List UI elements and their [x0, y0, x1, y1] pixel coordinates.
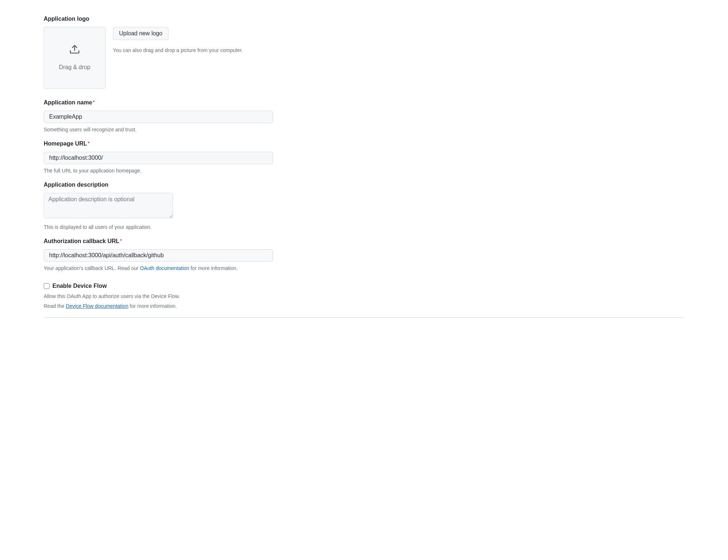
required-asterisk-icon: * — [120, 238, 122, 243]
divider — [44, 317, 684, 318]
deviceflow-help: Allow this OAuth App to authorize users … — [44, 293, 684, 300]
logo-hint: You can also drag and drop a picture fro… — [113, 47, 243, 54]
homepage-input[interactable] — [44, 152, 273, 164]
deviceflow-read: Read the Device Flow documentation for m… — [44, 302, 684, 310]
logo-dropzone[interactable]: Drag & drop — [44, 27, 106, 89]
description-input[interactable] — [44, 193, 173, 218]
required-asterisk-icon: * — [88, 141, 90, 146]
logo-label: Application logo — [44, 15, 684, 23]
deviceflow-checkbox[interactable] — [44, 283, 50, 289]
upload-icon — [69, 44, 80, 57]
appname-input[interactable] — [44, 111, 273, 123]
homepage-group: Homepage URL* The full URL to your appli… — [44, 139, 684, 175]
homepage-label: Homepage URL* — [44, 139, 684, 148]
deviceflow-label: Enable Device Flow — [52, 282, 107, 290]
appname-group: Application name* Something users will r… — [44, 98, 684, 134]
logo-section: Application logo Drag & drop Upload new … — [44, 15, 684, 89]
callback-input[interactable] — [44, 249, 273, 262]
upload-logo-button[interactable]: Upload new logo — [113, 27, 169, 40]
callback-label: Authorization callback URL* — [44, 237, 684, 246]
description-label: Application description — [44, 180, 684, 189]
callback-help: Your application's callback URL. Read ou… — [44, 265, 684, 272]
homepage-help: The full URL to your application homepag… — [44, 167, 684, 175]
deviceflow-group: Enable Device Flow Allow this OAuth App … — [44, 282, 684, 310]
appname-label: Application name* — [44, 98, 684, 107]
oauth-doc-link[interactable]: OAuth documentation — [140, 265, 189, 271]
appname-help: Something users will recognize and trust… — [44, 126, 684, 134]
callback-group: Authorization callback URL* Your applica… — [44, 237, 684, 272]
required-asterisk-icon: * — [93, 100, 95, 105]
description-group: Application description This is displaye… — [44, 180, 684, 231]
dropzone-text: Drag & drop — [59, 63, 90, 72]
deviceflow-doc-link[interactable]: Device Flow documentation — [66, 303, 128, 309]
description-help: This is displayed to all users of your a… — [44, 223, 684, 231]
